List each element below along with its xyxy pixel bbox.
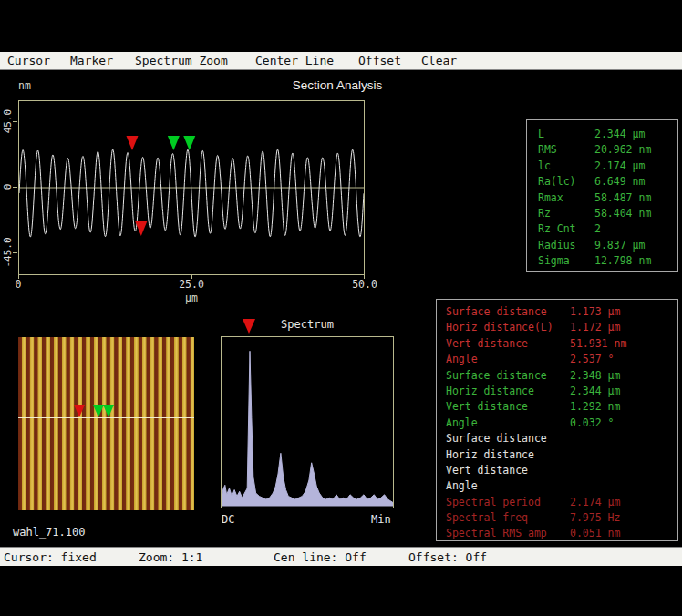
measurement-row-label: Horiz distance: [446, 447, 570, 463]
measurement-row-label: Vert distance: [446, 463, 570, 478]
spectrum-plot[interactable]: [221, 336, 394, 508]
menu-item-offset[interactable]: Offset: [358, 54, 401, 67]
measurement-row: Horiz distance: [437, 447, 677, 463]
stat-row-label: Rz Cnt: [538, 221, 594, 237]
red-marker-icon[interactable]: [74, 405, 85, 417]
stat-row-label: lc: [538, 159, 594, 174]
measurement-row: Surface distance: [437, 431, 677, 447]
measurement-row: Surface distance2.348 µm: [437, 368, 677, 384]
measurement-row: Spectral freq7.975 Hz: [437, 510, 677, 526]
axis-tick: [13, 187, 17, 188]
menu-item-center-line[interactable]: Center Line: [255, 54, 334, 67]
measurement-row-value: 2.537 °: [570, 353, 614, 365]
red-section-marker-icon[interactable]: [135, 221, 147, 236]
stat-row: Rz58.404 nm: [527, 206, 677, 221]
axis-tick: [191, 275, 192, 279]
measurement-row-label: Surface distance: [446, 368, 570, 384]
measurement-row-value: 2.174 µm: [570, 496, 620, 508]
y-tick-label: 0: [2, 169, 13, 205]
green-marker-icon[interactable]: [103, 405, 114, 417]
measurement-row: Angle0.032 °: [437, 416, 677, 431]
menu-item-cursor[interactable]: Cursor: [7, 54, 50, 67]
x-axis-unit-label: µm: [175, 292, 208, 304]
measurement-row-label: Angle: [446, 352, 570, 367]
measurement-row-label: Spectral freq: [446, 510, 570, 526]
stat-row-value: 58.404 nm: [594, 207, 651, 220]
section-analysis-window: Cursor Marker Spectrum Zoom Center Line …: [0, 0, 682, 616]
status-bar: Cursor: fixed Zoom: 1:1 Cen line: Off Of…: [0, 547, 682, 566]
measurement-row-value: 1.172 µm: [570, 321, 620, 334]
x-tick-label: 0: [2, 278, 35, 291]
green-section-marker-icon[interactable]: [183, 136, 195, 150]
measurement-row-label: Horiz distance: [446, 384, 570, 399]
status-cursor-mode[interactable]: Cursor: fixed: [4, 550, 97, 564]
status-center-line[interactable]: Cen line: Off: [274, 550, 367, 564]
x-tick-label: 25.0: [175, 278, 208, 291]
axis-tick: [364, 275, 365, 279]
stat-row-label: Sigma: [538, 253, 594, 269]
measurement-row-label: Surface distance: [446, 431, 570, 447]
section-scan-line: [18, 417, 194, 418]
status-offset[interactable]: Offset: Off: [408, 550, 487, 564]
measurement-row-value: 1.173 µm: [570, 305, 620, 318]
measurement-row-value: 0.051 nm: [570, 527, 620, 539]
stat-row: Rz Cnt2: [527, 221, 677, 237]
measurement-row-value: 7.975 Hz: [570, 511, 620, 524]
green-section-marker-icon[interactable]: [168, 136, 180, 150]
measurement-row-value: 2.348 µm: [570, 369, 620, 382]
y-tick-label: 45.0: [2, 103, 13, 139]
stat-row-value: 2.344 µm: [594, 128, 645, 140]
stat-row-value: 2.174 µm: [594, 159, 645, 172]
status-zoom-level[interactable]: Zoom: 1:1: [139, 550, 202, 564]
axis-tick: [13, 121, 17, 122]
stat-row: L2.344 µm: [527, 127, 677, 142]
stat-row-value: 58.487 nm: [594, 191, 651, 204]
spectrum-dc-label: DC: [222, 513, 234, 526]
roughness-stats-panel: L2.344 µmRMS20.962 nmlc2.174 µmRa(lc)6.6…: [526, 119, 678, 272]
measurement-row-label: Angle: [446, 478, 570, 494]
stat-row-value: 20.962 nm: [594, 143, 651, 156]
menu-item-marker[interactable]: Marker: [70, 54, 113, 67]
afm-topography-image[interactable]: [18, 337, 194, 510]
profile-trace: [19, 149, 364, 237]
stat-row: Sigma12.798 nm: [527, 253, 677, 269]
menu-item-spectrum-zoom[interactable]: Spectrum Zoom: [135, 54, 228, 67]
measurement-row-label: Spectral period: [446, 495, 570, 510]
measurement-row: Angle: [437, 478, 677, 494]
measurement-row: Vert distance1.292 nm: [437, 399, 677, 415]
stat-row-label: Radius: [538, 238, 594, 253]
measurement-row-label: Spectral RMS amp: [446, 526, 570, 541]
measurement-row: Surface distance1.173 µm: [437, 304, 677, 320]
y-axis-unit-label: nm: [18, 79, 31, 92]
section-waveform: [19, 101, 364, 274]
stat-row-value: 2: [594, 222, 607, 235]
stat-row: lc2.174 µm: [527, 159, 677, 174]
spectrum-cursor-marker-icon[interactable]: [243, 319, 255, 334]
measurement-row: Vert distance: [437, 463, 677, 478]
stat-row: Ra(lc)6.649 nm: [527, 174, 677, 190]
measurement-row-label: Angle: [446, 416, 570, 431]
section-profile-plot[interactable]: [18, 100, 365, 275]
measurement-row: Spectral RMS amp0.051 nm: [437, 526, 677, 541]
measurement-row-value: 0.032 °: [570, 416, 614, 429]
stat-row: Rmax58.487 nm: [527, 190, 677, 206]
spectrum-trace: [222, 337, 393, 508]
stat-row: Radius9.837 µm: [527, 238, 677, 253]
stat-row-label: RMS: [538, 142, 594, 158]
distance-measurements-panel: Surface distance1.173 µmHoriz distance(L…: [436, 299, 678, 541]
x-tick-label: 50.0: [348, 278, 381, 291]
red-section-marker-icon[interactable]: [126, 136, 138, 150]
spectrum-min-label: Min: [371, 513, 391, 526]
stat-row: RMS20.962 nm: [527, 142, 677, 158]
measurement-row: Horiz distance(L)1.172 µm: [437, 320, 677, 335]
measurement-row-value: 1.292 nm: [570, 400, 620, 413]
menu-item-clear[interactable]: Clear: [421, 54, 457, 67]
stat-row-label: L: [538, 127, 594, 142]
axis-tick: [13, 252, 17, 253]
measurement-row-value: 51.931 nm: [570, 337, 626, 350]
measurement-row-label: Horiz distance(L): [446, 320, 570, 335]
spectrum-area: [222, 351, 393, 506]
measurement-row-label: Vert distance: [446, 336, 570, 352]
measurement-row-label: Vert distance: [446, 399, 570, 415]
measurement-row: Horiz distance2.344 µm: [437, 384, 677, 399]
